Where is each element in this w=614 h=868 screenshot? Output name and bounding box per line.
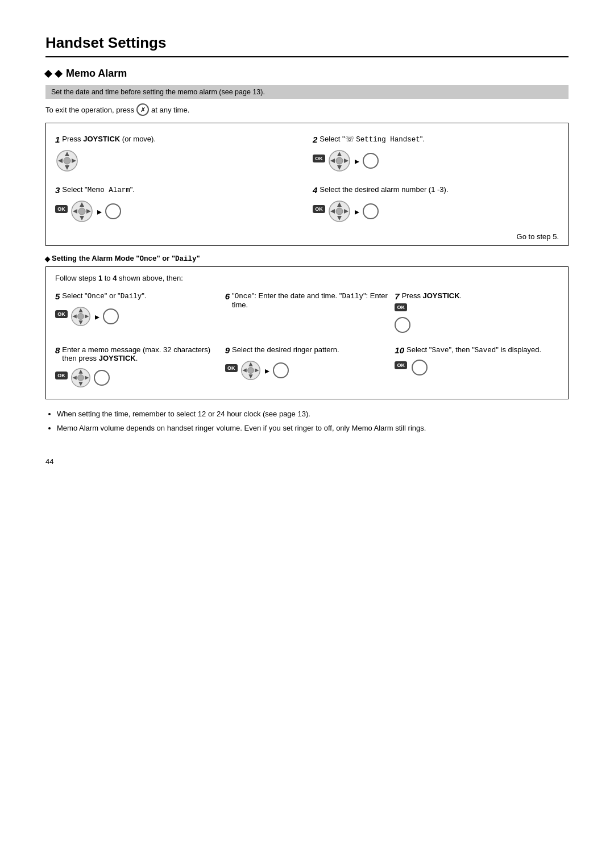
circle-btn-8: [94, 370, 110, 386]
step-6-text: "Once": Enter the date and time. "Daily"…: [232, 291, 389, 309]
joystick-icon-9: [240, 360, 262, 381]
step-8-num: 8: [55, 345, 60, 355]
small-diamond-icon: [45, 254, 49, 263]
circle-btn-5: [103, 308, 119, 324]
ok-badge-7: OK: [395, 303, 407, 311]
svg-point-35: [78, 375, 84, 381]
step-1-text: Press JOYSTICK (or move).: [62, 135, 156, 143]
step-8-text: Enter a memo message (max. 32 characters…: [62, 345, 219, 362]
step-2: 2 Select "☏ Setting Handset". OK: [313, 131, 559, 176]
joystick-icon-4: [327, 199, 351, 223]
page-container: Handset Settings Memo Alarm Set the date…: [45, 34, 569, 466]
goto-step: Go to step 5.: [55, 230, 559, 241]
circle-btn-3: [105, 203, 121, 219]
step-1: 1 Press JOYSTICK (or move).: [55, 131, 301, 176]
arrow-right-3: ▸: [97, 206, 102, 217]
follow-note: Follow steps 1 to 4 shown above, then:: [55, 274, 559, 282]
svg-point-23: [336, 208, 343, 215]
step-6: 6 "Once": Enter the date and time. "Dail…: [225, 288, 389, 336]
sub-heading-text: Setting the Alarm Mode "Once" or "Daily": [52, 254, 200, 263]
step-3-num: 3: [55, 185, 60, 195]
step-5: 5 Select "Once" or "Daily". OK: [55, 288, 219, 336]
joystick-icon-8: [70, 367, 92, 389]
page-title: Handset Settings: [45, 34, 569, 57]
step-2-text: Select "☏ Setting Handset".: [320, 135, 425, 144]
step-2-num: 2: [313, 135, 317, 144]
step-10: 10 Select "Save", then "Saved" is displa…: [395, 342, 559, 392]
memo-alarm-heading: Memo Alarm: [66, 68, 127, 80]
page-number: 44: [45, 457, 569, 466]
step-9: 9 Select the desired ringer pattern. OK: [225, 342, 389, 392]
follow-box: Follow steps 1 to 4 shown above, then: 5…: [45, 266, 569, 399]
step-7-text: Press JOYSTICK.: [402, 291, 462, 300]
exit-note: To exit the operation, press ✗ at any ti…: [45, 103, 569, 116]
circle-btn-9: [273, 362, 289, 378]
step-1-num: 1: [55, 135, 60, 144]
circle-btn-2: [363, 153, 379, 169]
step-9-num: 9: [225, 345, 230, 355]
bullet-list: When setting the time, remember to selec…: [45, 408, 569, 435]
sub-section-heading: Setting the Alarm Mode "Once" or "Daily": [45, 254, 569, 263]
ok-badge-8: OK: [55, 372, 68, 379]
bullet-item-2: Memo Alarm volume depends on handset rin…: [57, 423, 569, 435]
step-5-text: Select "Once" or "Daily".: [62, 291, 146, 301]
arrow-right-9: ▸: [265, 365, 269, 376]
step-3-text: Select "Memo Alarm".: [62, 185, 135, 194]
exit-note-text1: To exit the operation, press: [45, 106, 134, 114]
note-box: Set the date and time before setting the…: [45, 85, 569, 99]
step-4: 4 Select the desired alarm number (1 -3)…: [313, 182, 559, 227]
svg-point-17: [78, 208, 85, 215]
circle-btn-10: [412, 360, 428, 375]
joystick-icon-1: [55, 149, 79, 173]
svg-point-5: [64, 157, 70, 164]
step-7-num: 7: [395, 291, 399, 301]
circle-btn-4: [363, 203, 379, 219]
ok-badge-2: OK: [313, 155, 325, 162]
svg-point-11: [336, 157, 343, 164]
ok-badge-10: OK: [395, 361, 407, 369]
step-6-num: 6: [225, 291, 230, 301]
ok-badge-5: OK: [55, 310, 68, 318]
step-4-text: Select the desired alarm number (1 -3).: [320, 185, 448, 194]
joystick-icon-5: [70, 306, 92, 327]
svg-point-41: [247, 368, 254, 374]
diamond-icon-1: [45, 68, 52, 80]
joystick-icon-3: [70, 199, 94, 223]
step-4-num: 4: [313, 185, 317, 195]
exit-icon: ✗: [136, 103, 149, 116]
svg-point-29: [78, 314, 84, 320]
diamond-icon-2: [56, 68, 63, 80]
ok-badge-3: OK: [55, 205, 68, 213]
arrow-right-2: ▸: [355, 156, 359, 166]
step-7: 7 Press JOYSTICK. OK: [395, 288, 559, 336]
exit-note-text2: at any time.: [151, 106, 189, 114]
step-9-text: Select the desired ringer pattern.: [232, 345, 339, 354]
step-5-num: 5: [55, 291, 60, 301]
main-steps-box: 1 Press JOYSTICK (or move).: [45, 123, 569, 246]
arrow-right-5: ▸: [95, 311, 99, 322]
joystick-icon-2: [327, 149, 351, 173]
ok-badge-9: OK: [225, 364, 238, 372]
section-heading: Memo Alarm: [45, 68, 569, 80]
circle-icon-7: [395, 317, 410, 333]
ok-badge-4: OK: [313, 205, 325, 213]
step-10-num: 10: [395, 345, 404, 355]
step-3: 3 Select "Memo Alarm". OK ▸: [55, 182, 301, 227]
step-8: 8 Enter a memo message (max. 32 characte…: [55, 342, 219, 392]
arrow-right-4: ▸: [355, 206, 359, 217]
bullet-item-1: When setting the time, remember to selec…: [57, 408, 569, 420]
step-10-text: Select "Save", then "Saved" is displayed…: [406, 345, 541, 354]
